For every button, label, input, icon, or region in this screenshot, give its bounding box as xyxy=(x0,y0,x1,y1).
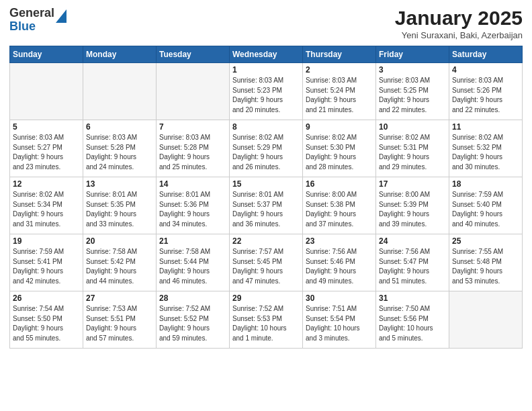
logo-triangle-icon xyxy=(56,9,66,23)
day-number: 15 xyxy=(232,179,300,189)
calendar-cell: 19Sunrise: 7:59 AM Sunset: 5:41 PM Dayli… xyxy=(10,234,83,291)
location-title: Yeni Suraxani, Baki, Azerbaijan xyxy=(395,30,523,40)
day-header-sunday: Sunday xyxy=(10,46,83,63)
day-info: Sunrise: 7:59 AM Sunset: 5:41 PM Dayligh… xyxy=(13,247,80,286)
day-info: Sunrise: 8:03 AM Sunset: 5:28 PM Dayligh… xyxy=(86,133,153,172)
day-info: Sunrise: 8:02 AM Sunset: 5:32 PM Dayligh… xyxy=(452,133,519,172)
day-info: Sunrise: 8:02 AM Sunset: 5:34 PM Dayligh… xyxy=(13,190,80,229)
day-number: 13 xyxy=(86,179,153,189)
calendar-cell: 3Sunrise: 8:03 AM Sunset: 5:25 PM Daylig… xyxy=(376,63,449,120)
calendar-cell: 4Sunrise: 8:03 AM Sunset: 5:26 PM Daylig… xyxy=(449,63,523,120)
calendar-week-row: 5Sunrise: 8:03 AM Sunset: 5:27 PM Daylig… xyxy=(10,120,523,177)
day-number: 11 xyxy=(452,122,519,132)
day-number: 24 xyxy=(379,236,446,246)
day-info: Sunrise: 8:02 AM Sunset: 5:29 PM Dayligh… xyxy=(232,133,300,172)
calendar-cell: 12Sunrise: 8:02 AM Sunset: 5:34 PM Dayli… xyxy=(10,177,83,234)
calendar-cell: 7Sunrise: 8:03 AM Sunset: 5:28 PM Daylig… xyxy=(157,120,230,177)
day-header-monday: Monday xyxy=(83,46,157,63)
calendar-cell: 24Sunrise: 7:56 AM Sunset: 5:47 PM Dayli… xyxy=(376,234,449,291)
day-number: 20 xyxy=(86,236,153,246)
calendar-cell: 10Sunrise: 8:02 AM Sunset: 5:31 PM Dayli… xyxy=(376,120,449,177)
calendar-cell xyxy=(10,63,83,120)
day-info: Sunrise: 7:50 AM Sunset: 5:56 PM Dayligh… xyxy=(379,304,446,343)
header-right: January 2025 Yeni Suraxani, Baki, Azerba… xyxy=(395,7,523,40)
calendar-cell: 31Sunrise: 7:50 AM Sunset: 5:56 PM Dayli… xyxy=(376,291,449,349)
day-number: 17 xyxy=(379,179,446,189)
day-info: Sunrise: 7:53 AM Sunset: 5:51 PM Dayligh… xyxy=(86,304,153,343)
day-number: 22 xyxy=(232,236,300,246)
svg-marker-0 xyxy=(56,9,66,23)
day-number: 31 xyxy=(379,293,446,303)
calendar-week-row: 1Sunrise: 8:03 AM Sunset: 5:23 PM Daylig… xyxy=(10,63,523,120)
calendar-cell: 30Sunrise: 7:51 AM Sunset: 5:54 PM Dayli… xyxy=(303,291,376,349)
calendar-cell: 18Sunrise: 7:59 AM Sunset: 5:40 PM Dayli… xyxy=(449,177,523,234)
calendar-cell: 6Sunrise: 8:03 AM Sunset: 5:28 PM Daylig… xyxy=(83,120,157,177)
day-number: 12 xyxy=(13,179,80,189)
day-number: 3 xyxy=(379,65,446,75)
day-info: Sunrise: 7:52 AM Sunset: 5:52 PM Dayligh… xyxy=(159,304,226,343)
calendar-cell: 25Sunrise: 7:55 AM Sunset: 5:48 PM Dayli… xyxy=(449,234,523,291)
calendar-cell: 20Sunrise: 7:58 AM Sunset: 5:42 PM Dayli… xyxy=(83,234,157,291)
day-number: 1 xyxy=(232,65,300,75)
day-number: 5 xyxy=(13,122,80,132)
calendar-week-row: 12Sunrise: 8:02 AM Sunset: 5:34 PM Dayli… xyxy=(10,177,523,234)
calendar-cell: 22Sunrise: 7:57 AM Sunset: 5:45 PM Dayli… xyxy=(230,234,303,291)
calendar-cell: 17Sunrise: 8:00 AM Sunset: 5:39 PM Dayli… xyxy=(376,177,449,234)
calendar-cell: 29Sunrise: 7:52 AM Sunset: 5:53 PM Dayli… xyxy=(230,291,303,349)
logo: General Blue xyxy=(9,7,66,34)
day-info: Sunrise: 7:52 AM Sunset: 5:53 PM Dayligh… xyxy=(232,304,300,343)
day-info: Sunrise: 8:02 AM Sunset: 5:31 PM Dayligh… xyxy=(379,133,446,172)
day-number: 25 xyxy=(452,236,519,246)
calendar-cell: 27Sunrise: 7:53 AM Sunset: 5:51 PM Dayli… xyxy=(83,291,157,349)
day-info: Sunrise: 8:01 AM Sunset: 5:37 PM Dayligh… xyxy=(232,190,300,229)
day-info: Sunrise: 8:03 AM Sunset: 5:23 PM Dayligh… xyxy=(232,76,300,115)
calendar-week-row: 19Sunrise: 7:59 AM Sunset: 5:41 PM Dayli… xyxy=(10,234,523,291)
day-header-saturday: Saturday xyxy=(449,46,523,63)
day-number: 29 xyxy=(232,293,300,303)
calendar-cell: 16Sunrise: 8:00 AM Sunset: 5:38 PM Dayli… xyxy=(303,177,376,234)
day-number: 23 xyxy=(306,236,373,246)
calendar-cell: 8Sunrise: 8:02 AM Sunset: 5:29 PM Daylig… xyxy=(230,120,303,177)
day-number: 28 xyxy=(159,293,226,303)
day-info: Sunrise: 8:03 AM Sunset: 5:25 PM Dayligh… xyxy=(379,76,446,115)
calendar-cell: 5Sunrise: 8:03 AM Sunset: 5:27 PM Daylig… xyxy=(10,120,83,177)
day-info: Sunrise: 7:54 AM Sunset: 5:50 PM Dayligh… xyxy=(13,304,80,343)
day-info: Sunrise: 8:03 AM Sunset: 5:27 PM Dayligh… xyxy=(13,133,80,172)
logo-general-text: General xyxy=(9,6,54,19)
day-info: Sunrise: 7:56 AM Sunset: 5:46 PM Dayligh… xyxy=(306,247,373,286)
logo-blue-text: Blue xyxy=(9,19,36,33)
calendar-header-row: SundayMondayTuesdayWednesdayThursdayFrid… xyxy=(10,46,523,63)
day-number: 19 xyxy=(13,236,80,246)
day-number: 30 xyxy=(306,293,373,303)
day-info: Sunrise: 7:55 AM Sunset: 5:48 PM Dayligh… xyxy=(452,247,519,286)
calendar-table: SundayMondayTuesdayWednesdayThursdayFrid… xyxy=(9,46,523,349)
day-header-wednesday: Wednesday xyxy=(230,46,303,63)
day-info: Sunrise: 8:00 AM Sunset: 5:39 PM Dayligh… xyxy=(379,190,446,229)
day-number: 16 xyxy=(306,179,373,189)
calendar-cell: 28Sunrise: 7:52 AM Sunset: 5:52 PM Dayli… xyxy=(157,291,230,349)
calendar-cell: 2Sunrise: 8:03 AM Sunset: 5:24 PM Daylig… xyxy=(303,63,376,120)
day-number: 18 xyxy=(452,179,519,189)
month-title: January 2025 xyxy=(395,7,523,29)
day-number: 14 xyxy=(159,179,226,189)
day-number: 9 xyxy=(306,122,373,132)
calendar-cell: 11Sunrise: 8:02 AM Sunset: 5:32 PM Dayli… xyxy=(449,120,523,177)
day-info: Sunrise: 7:57 AM Sunset: 5:45 PM Dayligh… xyxy=(232,247,300,286)
day-number: 8 xyxy=(232,122,300,132)
day-info: Sunrise: 8:03 AM Sunset: 5:26 PM Dayligh… xyxy=(452,76,519,115)
day-header-thursday: Thursday xyxy=(303,46,376,63)
day-header-tuesday: Tuesday xyxy=(157,46,230,63)
day-header-friday: Friday xyxy=(376,46,449,63)
day-info: Sunrise: 8:01 AM Sunset: 5:35 PM Dayligh… xyxy=(86,190,153,229)
calendar-cell: 1Sunrise: 8:03 AM Sunset: 5:23 PM Daylig… xyxy=(230,63,303,120)
day-info: Sunrise: 7:59 AM Sunset: 5:40 PM Dayligh… xyxy=(452,190,519,229)
day-info: Sunrise: 8:02 AM Sunset: 5:30 PM Dayligh… xyxy=(306,133,373,172)
calendar-cell: 26Sunrise: 7:54 AM Sunset: 5:50 PM Dayli… xyxy=(10,291,83,349)
day-number: 27 xyxy=(86,293,153,303)
calendar-cell xyxy=(157,63,230,120)
day-info: Sunrise: 8:03 AM Sunset: 5:28 PM Dayligh… xyxy=(159,133,226,172)
calendar-week-row: 26Sunrise: 7:54 AM Sunset: 5:50 PM Dayli… xyxy=(10,291,523,349)
day-info: Sunrise: 7:51 AM Sunset: 5:54 PM Dayligh… xyxy=(306,304,373,343)
day-number: 7 xyxy=(159,122,226,132)
page: General Blue January 2025 Yeni Suraxani,… xyxy=(0,0,532,411)
